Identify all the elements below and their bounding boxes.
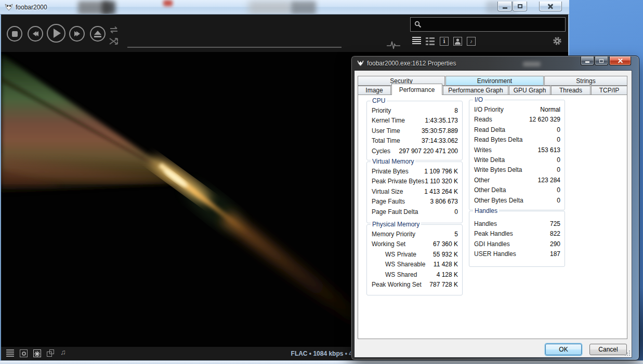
titlebar-blur-blob: [102, 1, 115, 15]
seekbar[interactable]: [127, 47, 342, 48]
group-caption: Virtual Memory: [371, 158, 415, 165]
stat-value: 8: [454, 107, 458, 117]
stat-label: Page Faults: [372, 198, 405, 208]
dialog-minimize-button[interactable]: [581, 57, 594, 65]
stat-label: Memory Priority: [372, 231, 415, 240]
stat-row: Reads12 620 329: [474, 116, 560, 126]
stat-value: 12 620 329: [529, 116, 560, 126]
maximize-button[interactable]: [513, 2, 527, 11]
dialog-frame[interactable]: foobar2000.exe:1612 Properties Security …: [351, 56, 639, 360]
statusbar-music-note-icon[interactable]: ♫: [60, 348, 68, 356]
eject-icon: [94, 31, 101, 37]
taskbar-edge: [0, 360, 643, 364]
tab-threads[interactable]: Threads: [551, 86, 590, 95]
group-physical-memory: Physical Memory Memory Priority5Working …: [366, 224, 463, 295]
titlebar-blur-blob: [163, 0, 173, 6]
tab-performance[interactable]: Performance: [391, 84, 442, 95]
ok-button[interactable]: OK: [545, 344, 582, 355]
stat-label: Virtual Size: [372, 188, 403, 198]
stat-row: Write Delta0: [474, 156, 560, 166]
stat-row: User Time35:30:57.889: [372, 127, 458, 137]
stat-value: 822: [550, 230, 560, 240]
stat-row: USER Handles187: [474, 250, 560, 260]
tab-image[interactable]: Image: [358, 86, 391, 95]
stat-value: 187: [550, 250, 560, 260]
stat-row: Working Set67 360 K: [372, 240, 458, 250]
album-list-view-icon[interactable]: [426, 37, 435, 46]
stat-value: 67 360 K: [433, 240, 458, 250]
tab-performance-graph[interactable]: Performance Graph: [443, 86, 508, 95]
foobar-logo-icon: [5, 3, 13, 11]
stat-row: WS Private55 932 K: [372, 251, 458, 261]
stat-value: 5: [454, 231, 458, 240]
dialog-close-button[interactable]: [609, 57, 631, 65]
dialog-client-area: Security Environment Strings Image Perfo…: [355, 71, 632, 357]
group-io: I/O I/O PriorityNormalReads12 620 329Rea…: [469, 100, 565, 210]
statusbar-visualisation-icon[interactable]: [33, 349, 41, 357]
stat-row: Peak Handles822: [474, 230, 560, 240]
stat-label: Other Bytes Delta: [474, 197, 523, 207]
previous-button[interactable]: [28, 26, 43, 42]
tab-gpu-graph[interactable]: GPU Graph: [509, 86, 550, 95]
resize-grip[interactable]: [624, 350, 631, 356]
statusbar-layers-icon[interactable]: [47, 349, 55, 357]
stat-value: 3 806 673: [430, 198, 458, 208]
stat-label: Reads: [474, 116, 492, 126]
stat-label: Kernel Time: [372, 117, 405, 127]
properties-dialog: foobar2000.exe:1612 Properties Security …: [351, 56, 639, 360]
tab-tcpip[interactable]: TCP/IP: [591, 86, 627, 95]
tab-environment[interactable]: Environment: [445, 76, 544, 86]
gear-icon[interactable]: [553, 36, 562, 46]
stat-label: Handles: [474, 220, 497, 230]
stat-row: Read Bytes Delta0: [474, 136, 560, 146]
dialog-maximize-button[interactable]: [595, 57, 608, 65]
stat-value: 55 932 K: [433, 251, 458, 261]
stat-value: 0: [557, 197, 560, 207]
maximize-icon: [518, 4, 522, 8]
stat-row: Kernel Time1:43:35.173: [372, 117, 458, 127]
player-toolbar: i ♪: [1, 15, 568, 52]
stat-label: WS Private: [385, 251, 416, 261]
repeat-icon[interactable]: [108, 26, 120, 34]
group-cpu: CPU Priority8Kernel Time1:43:35.173User …: [366, 101, 463, 160]
foobar-titlebar[interactable]: foobar2000: [0, 0, 569, 15]
lyrics-panel-icon[interactable]: ♪: [467, 37, 476, 46]
cancel-button[interactable]: Cancel: [589, 344, 627, 355]
stop-button[interactable]: [7, 26, 22, 42]
close-button[interactable]: [539, 2, 562, 11]
group-caption: CPU: [371, 97, 387, 104]
stat-label: Peak Handles: [474, 230, 513, 240]
screen: foobar2000: [0, 0, 643, 364]
group-caption: I/O: [473, 96, 484, 103]
tab-strings[interactable]: Strings: [544, 76, 627, 86]
stat-label: WS Shared: [385, 271, 417, 281]
stat-value: 123 284: [538, 177, 560, 186]
minimize-icon: [585, 61, 589, 63]
play-button[interactable]: [47, 24, 65, 43]
stat-row: Cycles297 907 220 471 200: [372, 147, 458, 157]
stat-value: 11 428 K: [434, 261, 458, 271]
waveform-icon[interactable]: [387, 39, 400, 51]
info-panel-icon[interactable]: i: [440, 37, 449, 46]
stat-label: User Time: [372, 127, 400, 137]
stat-label: Page Fault Delta: [372, 208, 418, 218]
window-title: foobar2000: [16, 4, 47, 11]
playlist-view-icon[interactable]: [412, 37, 421, 46]
artist-panel-icon[interactable]: [453, 37, 462, 46]
stat-row: Writes153 613: [474, 146, 560, 156]
shuffle-icon[interactable]: [108, 37, 120, 45]
stat-value: 153 613: [538, 146, 560, 156]
stat-value: 0: [557, 126, 560, 136]
eject-button[interactable]: [90, 26, 106, 42]
stat-label: Priority: [372, 107, 391, 117]
next-button[interactable]: [69, 26, 85, 42]
stat-label: I/O Priority: [474, 106, 504, 116]
titlebar-blur-blob: [523, 62, 541, 66]
minimize-button[interactable]: [497, 2, 512, 11]
stat-label: Peak Private Bytes: [372, 178, 424, 187]
statusbar-disc-icon[interactable]: [20, 349, 28, 357]
search-input[interactable]: [425, 20, 565, 29]
stat-value: 0: [454, 208, 458, 218]
stat-row: Peak Working Set787 728 K: [372, 281, 458, 291]
statusbar-playlist-icon[interactable]: [6, 349, 14, 357]
